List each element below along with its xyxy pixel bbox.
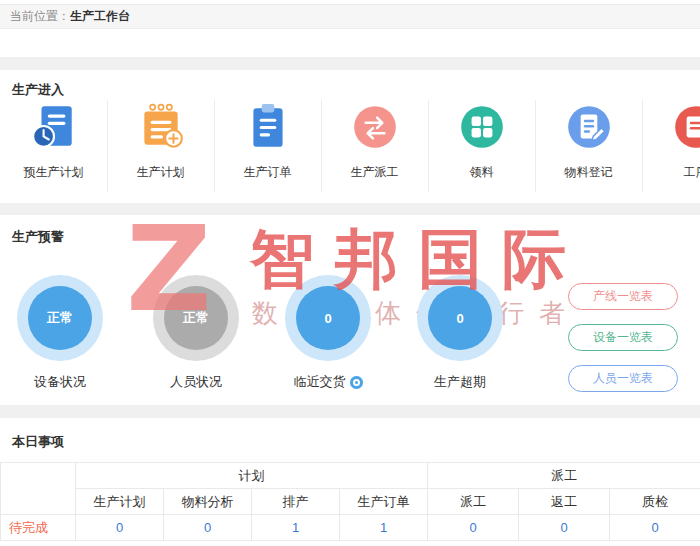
personnel-list-button[interactable]: 人员一览表 xyxy=(568,365,678,392)
gauge-label: 设备状况 xyxy=(34,373,86,391)
entry-item-label: 领料 xyxy=(470,164,494,181)
entry-item-pre-production-plan[interactable]: 预生产计划 xyxy=(0,102,107,181)
equipment-list-button[interactable]: 设备一览表 xyxy=(568,324,678,351)
pending-production-order-count[interactable]: 1 xyxy=(340,515,428,541)
entry-item-material-register[interactable]: 物料登记 xyxy=(535,102,642,181)
table-column-header-row: 生产计划 物料分析 排产 生产订单 派工 返工 质检 xyxy=(1,489,700,515)
production-warning-section: 生产预警 数智一体化先行者 正常 设备状况 正常 人员状况 0 临近交货 xyxy=(0,215,700,405)
production-dispatch-icon xyxy=(350,102,400,152)
row-label: 待完成 xyxy=(1,515,76,541)
gauge-value: 0 xyxy=(428,286,492,350)
today-items-section: 本日事项 计划 派工 生产计划 物料分析 排产 生产订单 派工 返工 质检 待完… xyxy=(0,418,700,546)
entry-icon-row: 预生产计划 生产计划 生产订单 生产派工 xyxy=(0,102,700,181)
pending-quality-check-count[interactable]: 0 xyxy=(610,515,700,541)
column-header: 派工 xyxy=(428,489,519,515)
section-divider xyxy=(0,203,700,215)
gauge-ring: 0 xyxy=(285,275,371,361)
section-title-entry: 生产进入 xyxy=(12,81,64,99)
entry-item-material-picking[interactable]: 领料 xyxy=(428,102,535,181)
production-plan-icon xyxy=(136,102,186,152)
entry-item-production-order[interactable]: 生产订单 xyxy=(214,102,321,181)
gear-icon[interactable] xyxy=(350,376,363,389)
pending-dispatch-count[interactable]: 0 xyxy=(428,515,519,541)
gauge-label: 人员状况 xyxy=(170,373,222,391)
entry-item-label: 物料登记 xyxy=(565,164,613,181)
breadcrumb-current-page: 生产工作台 xyxy=(70,8,130,25)
production-entry-section: 生产进入 预生产计划 生产计划 生产订单 xyxy=(0,70,700,203)
entry-item-label: 生产派工 xyxy=(351,164,399,181)
today-items-table: 计划 派工 生产计划 物料分析 排产 生产订单 派工 返工 质检 待完成 0 0… xyxy=(0,462,700,541)
table-row-pending: 待完成 0 0 1 1 0 0 0 xyxy=(1,515,700,541)
section-divider xyxy=(0,405,700,418)
production-workbench-page: 当前位置： 生产工作台 生产进入 预生产计划 生产计划 xyxy=(0,0,700,546)
entry-item-process[interactable]: 工序 xyxy=(642,102,700,181)
column-header: 生产订单 xyxy=(340,489,428,515)
entry-item-label: 工序 xyxy=(684,164,700,181)
entry-item-label: 生产计划 xyxy=(137,164,185,181)
section-title-today: 本日事项 xyxy=(12,433,64,451)
gauge-label: 临近交货 xyxy=(294,373,346,391)
gauge-value: 0 xyxy=(296,286,360,350)
gauge-near-delivery[interactable]: 0 临近交货 xyxy=(268,275,388,391)
gauge-equipment-status[interactable]: 正常 设备状况 xyxy=(0,275,120,391)
group-header-plan: 计划 xyxy=(76,463,428,489)
column-header: 返工 xyxy=(519,489,610,515)
pending-production-plan-count[interactable]: 0 xyxy=(76,515,164,541)
gauge-ring: 正常 xyxy=(153,275,239,361)
column-header: 排产 xyxy=(252,489,340,515)
group-header-dispatch: 派工 xyxy=(428,463,700,489)
gauge-value: 正常 xyxy=(164,286,228,350)
entry-item-label: 预生产计划 xyxy=(24,164,84,181)
table-group-header-row: 计划 派工 xyxy=(1,463,700,489)
gauge-personnel-status[interactable]: 正常 人员状况 xyxy=(136,275,256,391)
process-icon xyxy=(671,102,700,152)
gauge-value: 正常 xyxy=(28,286,92,350)
pending-material-analysis-count[interactable]: 0 xyxy=(164,515,252,541)
column-header: 质检 xyxy=(610,489,700,515)
production-line-list-button[interactable]: 产线一览表 xyxy=(568,283,678,310)
entry-item-production-plan[interactable]: 生产计划 xyxy=(107,102,214,181)
gauge-production-overdue[interactable]: 0 生产超期 xyxy=(400,275,520,391)
breadcrumb-prefix: 当前位置： xyxy=(10,8,70,25)
entry-item-label: 生产订单 xyxy=(244,164,292,181)
entry-item-production-dispatch[interactable]: 生产派工 xyxy=(321,102,428,181)
table-corner-cell xyxy=(1,463,76,515)
pre-production-plan-icon xyxy=(29,102,79,152)
column-header: 生产计划 xyxy=(76,489,164,515)
pending-scheduling-count[interactable]: 1 xyxy=(252,515,340,541)
column-header: 物料分析 xyxy=(164,489,252,515)
gauge-ring: 正常 xyxy=(17,275,103,361)
pending-rework-count[interactable]: 0 xyxy=(519,515,610,541)
gauge-ring: 0 xyxy=(417,275,503,361)
production-order-icon xyxy=(243,102,293,152)
breadcrumb: 当前位置： 生产工作台 xyxy=(0,4,700,29)
gauge-label: 生产超期 xyxy=(434,373,486,391)
section-title-warning: 生产预警 xyxy=(12,228,64,246)
section-divider xyxy=(0,57,700,70)
material-register-icon xyxy=(564,102,614,152)
material-picking-icon xyxy=(457,102,507,152)
